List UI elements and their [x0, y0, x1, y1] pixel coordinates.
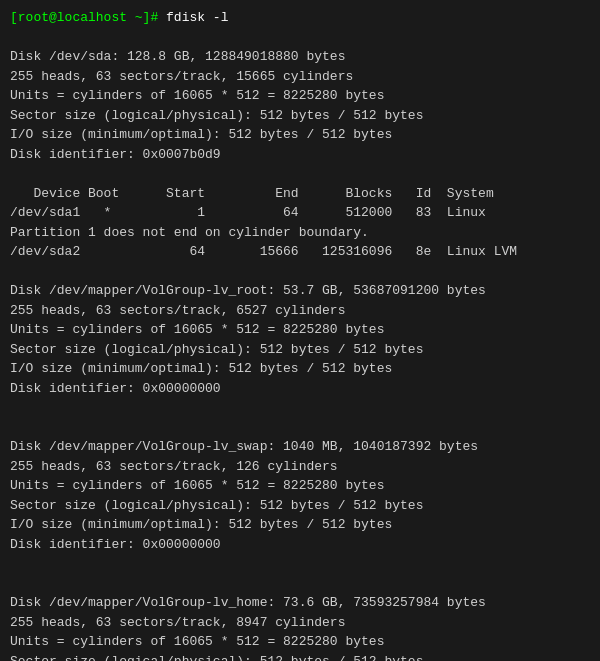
prompt-user: [root@localhost ~]#: [10, 10, 158, 25]
disk-sda-info: Disk /dev/sda: 128.8 GB, 128849018880 by…: [10, 49, 423, 162]
disk-lv-root-info: Disk /dev/mapper/VolGroup-lv_root: 53.7 …: [10, 283, 486, 396]
terminal-output: [root@localhost ~]# fdisk -l Disk /dev/s…: [10, 8, 590, 661]
terminal-window: [root@localhost ~]# fdisk -l Disk /dev/s…: [0, 0, 600, 661]
partition-sda1: /dev/sda1 * 1 64 512000 83 Linux: [10, 205, 486, 220]
command: fdisk -l: [158, 10, 228, 25]
disk-lv-home-info: Disk /dev/mapper/VolGroup-lv_home: 73.6 …: [10, 595, 486, 661]
partition-sda2: /dev/sda2 64 15666 125316096 8e Linux LV…: [10, 244, 517, 259]
disk-lv-swap-info: Disk /dev/mapper/VolGroup-lv_swap: 1040 …: [10, 439, 478, 552]
partition-boundary-warning: Partition 1 does not end on cylinder bou…: [10, 225, 369, 240]
partition-table-header: Device Boot Start End Blocks Id System: [10, 186, 494, 201]
